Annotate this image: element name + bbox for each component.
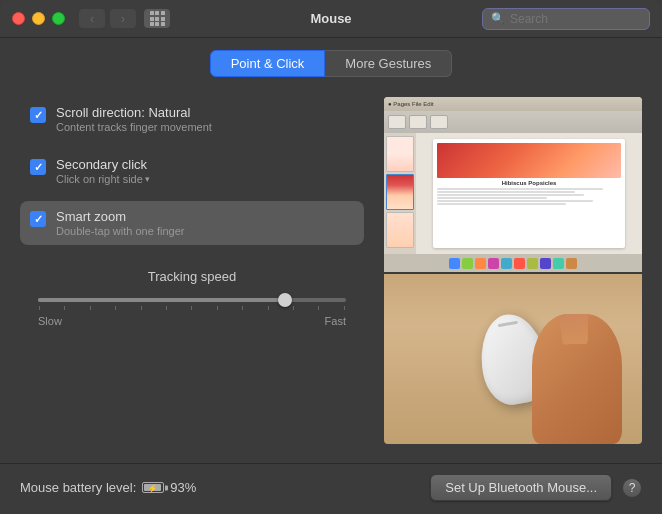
checkmark-icon: ✓ [34, 161, 43, 174]
fake-thumb-2 [386, 174, 414, 210]
grid-icon [150, 11, 165, 26]
scroll-direction-subtitle: Content tracks finger movement [56, 121, 212, 133]
secondary-click-row: ✓ Secondary click Click on right side ▾ [20, 149, 364, 193]
preview-mouse-photo [384, 274, 642, 444]
fake-sidebar [384, 133, 416, 254]
scroll-direction-text: Scroll direction: Natural Content tracks… [56, 105, 212, 133]
smart-zoom-text: Smart zoom Double-tap with one finger [56, 209, 184, 237]
tracking-label: Tracking speed [30, 269, 354, 284]
slider-slow-label: Slow [38, 315, 62, 327]
smart-zoom-row: ✓ Smart zoom Double-tap with one finger [20, 201, 364, 245]
fake-main-content: Hibiscus Popsicles [416, 133, 642, 254]
nav-buttons: ‹ › [79, 9, 136, 28]
scroll-direction-checkbox[interactable]: ✓ [30, 107, 46, 123]
slider-labels: Slow Fast [38, 315, 346, 327]
setup-bluetooth-button[interactable]: Set Up Bluetooth Mouse... [430, 474, 612, 501]
titlebar: ‹ › Mouse 🔍 [0, 0, 662, 38]
fake-mac-screen: ● Pages File Edit [384, 97, 642, 272]
finger-2 [555, 314, 580, 345]
slider-fill [38, 298, 284, 302]
traffic-lights [12, 12, 65, 25]
secondary-click-dropdown[interactable]: Click on right side ▾ [56, 173, 150, 185]
scroll-direction-title: Scroll direction: Natural [56, 105, 212, 120]
back-button[interactable]: ‹ [79, 9, 105, 28]
scroll-direction-row: ✓ Scroll direction: Natural Content trac… [20, 97, 364, 141]
status-bar: Mouse battery level: ⚡ 93% Set Up Blueto… [0, 463, 662, 511]
fake-dock [384, 254, 642, 272]
forward-button[interactable]: › [110, 9, 136, 28]
slider-ticks [38, 306, 346, 310]
secondary-click-title: Secondary click [56, 157, 150, 172]
battery-info: Mouse battery level: ⚡ 93% [20, 480, 196, 495]
search-input[interactable] [510, 12, 641, 26]
smart-zoom-title: Smart zoom [56, 209, 184, 224]
secondary-click-text: Secondary click Click on right side ▾ [56, 157, 150, 185]
fake-menubar: ● Pages File Edit [384, 97, 642, 111]
fake-recipe-title: Hibiscus Popsicles [437, 180, 621, 186]
fake-thumb-1 [386, 136, 414, 172]
fake-recipe-img [437, 143, 621, 178]
slider-fast-label: Fast [325, 315, 346, 327]
minimize-button[interactable] [32, 12, 45, 25]
slider-thumb[interactable] [278, 293, 292, 307]
maximize-button[interactable] [52, 12, 65, 25]
checkmark-icon: ✓ [34, 213, 43, 226]
battery-percent: 93% [170, 480, 196, 495]
battery-label-text: Mouse battery level: [20, 480, 136, 495]
secondary-click-checkbox[interactable]: ✓ [30, 159, 46, 175]
hand-shape [532, 314, 622, 444]
grid-button[interactable] [144, 9, 170, 28]
tab-point-click[interactable]: Point & Click [210, 50, 326, 77]
checkmark-icon: ✓ [34, 109, 43, 122]
fake-thumb-3 [386, 212, 414, 248]
preview-screenshot: ● Pages File Edit [384, 97, 642, 272]
lightning-icon: ⚡ [148, 483, 158, 492]
close-button[interactable] [12, 12, 25, 25]
search-bar[interactable]: 🔍 [482, 8, 650, 30]
search-icon: 🔍 [491, 12, 505, 25]
tracking-slider-container: Slow Fast [38, 298, 346, 327]
fake-content-area: Hibiscus Popsicles [384, 133, 642, 254]
fake-toolbar [384, 111, 642, 133]
secondary-click-subtitle: Click on right side ▾ [56, 173, 150, 185]
status-right: Set Up Bluetooth Mouse... ? [430, 474, 642, 501]
right-panel: ● Pages File Edit [384, 97, 642, 463]
battery-icon: ⚡ [142, 482, 164, 493]
tracking-section: Tracking speed Slow Fast [20, 269, 364, 327]
smart-zoom-subtitle: Double-tap with one finger [56, 225, 184, 237]
fake-recipe-card: Hibiscus Popsicles [433, 139, 625, 248]
tab-more-gestures[interactable]: More Gestures [325, 50, 452, 77]
window-title: Mouse [310, 11, 351, 26]
chevron-down-icon: ▾ [145, 174, 150, 184]
tab-bar: Point & Click More Gestures [0, 38, 662, 87]
content-area: ✓ Scroll direction: Natural Content trac… [0, 87, 662, 463]
smart-zoom-checkbox[interactable]: ✓ [30, 211, 46, 227]
hand-overlay [532, 314, 622, 444]
fake-recipe-lines [437, 188, 621, 205]
help-button[interactable]: ? [622, 478, 642, 498]
left-panel: ✓ Scroll direction: Natural Content trac… [20, 97, 364, 463]
slider-track [38, 298, 346, 302]
